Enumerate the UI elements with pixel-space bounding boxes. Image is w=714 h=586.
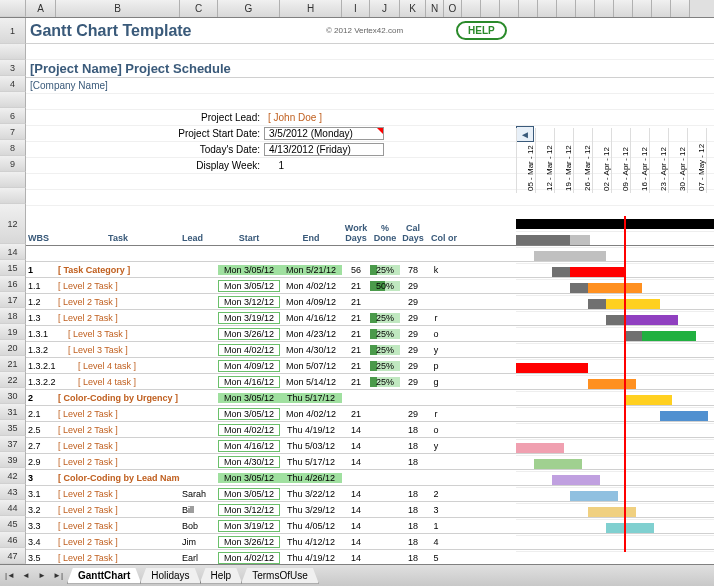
row-header[interactable]: 45 bbox=[0, 516, 26, 532]
cell[interactable]: Thu 3/29/12 bbox=[280, 505, 342, 515]
cell[interactable]: 21 bbox=[342, 345, 370, 355]
tab-nav-first[interactable]: |◄ bbox=[2, 568, 18, 584]
cell[interactable]: [ Level 2 Task ] bbox=[56, 409, 180, 419]
cell[interactable]: 1 bbox=[26, 265, 56, 275]
row-header[interactable]: 14 bbox=[0, 244, 26, 260]
cell[interactable]: 25% bbox=[370, 313, 400, 323]
cell[interactable]: 2.9 bbox=[26, 457, 56, 467]
row-header[interactable]: 16 bbox=[0, 276, 26, 292]
cell[interactable]: 21 bbox=[342, 329, 370, 339]
cell[interactable]: 56 bbox=[342, 265, 370, 275]
cell[interactable]: Mon 3/19/12 bbox=[218, 312, 280, 324]
cell[interactable]: o bbox=[426, 425, 446, 435]
cell[interactable]: r bbox=[426, 409, 446, 419]
cell[interactable]: Thu 5/03/12 bbox=[280, 441, 342, 451]
cell[interactable]: Mon 3/19/12 bbox=[218, 520, 280, 532]
row-header[interactable]: 4 bbox=[0, 76, 26, 92]
col-header-narrow[interactable] bbox=[595, 0, 614, 17]
cell[interactable]: Mon 3/12/12 bbox=[218, 504, 280, 516]
row-header[interactable]: 3 bbox=[0, 60, 26, 76]
cell[interactable]: Mon 4/23/12 bbox=[280, 329, 342, 339]
cell[interactable]: 29 bbox=[400, 281, 426, 291]
cell[interactable]: [ Color-Coding by Urgency ] bbox=[56, 393, 180, 403]
cell[interactable]: Mon 4/09/12 bbox=[218, 360, 280, 372]
cell[interactable]: y bbox=[426, 345, 446, 355]
cell[interactable]: Jim bbox=[180, 537, 218, 547]
row-header[interactable]: 6 bbox=[0, 108, 26, 124]
tab-nav-prev[interactable]: ◄ bbox=[18, 568, 34, 584]
cell[interactable]: 4 bbox=[426, 537, 446, 547]
cell[interactable]: 25% bbox=[370, 329, 400, 339]
cell[interactable]: 3 bbox=[426, 505, 446, 515]
cell[interactable]: 14 bbox=[342, 505, 370, 515]
cell[interactable]: 3.4 bbox=[26, 537, 56, 547]
col-header-narrow[interactable] bbox=[481, 0, 500, 17]
col-header[interactable]: K bbox=[400, 0, 426, 17]
cell[interactable]: [ Level 2 Task ] bbox=[56, 537, 180, 547]
cell[interactable]: [ Level 4 task ] bbox=[56, 361, 180, 371]
cell[interactable]: Bill bbox=[180, 505, 218, 515]
col-header-narrow[interactable] bbox=[614, 0, 633, 17]
cell[interactable]: 25% bbox=[370, 345, 400, 355]
cell[interactable]: Bob bbox=[180, 521, 218, 531]
cell[interactable]: Mon 4/16/12 bbox=[280, 313, 342, 323]
cell[interactable]: 2.5 bbox=[26, 425, 56, 435]
tab-nav-last[interactable]: ►| bbox=[50, 568, 66, 584]
col-header[interactable]: C bbox=[180, 0, 218, 17]
row-header[interactable]: 17 bbox=[0, 292, 26, 308]
row-header[interactable]: 8 bbox=[0, 140, 26, 156]
col-header[interactable]: O bbox=[444, 0, 462, 17]
row-header[interactable]: 31 bbox=[0, 404, 26, 420]
row-header[interactable]: 9 bbox=[0, 156, 26, 172]
cell[interactable]: [ Level 2 Task ] bbox=[56, 457, 180, 467]
col-header-narrow[interactable] bbox=[500, 0, 519, 17]
cell[interactable]: p bbox=[426, 361, 446, 371]
cell[interactable]: Earl bbox=[180, 553, 218, 563]
cell[interactable]: 2 bbox=[26, 393, 56, 403]
row-header[interactable]: 44 bbox=[0, 500, 26, 516]
cell[interactable]: 5 bbox=[426, 553, 446, 563]
row-header[interactable]: 35 bbox=[0, 420, 26, 436]
cell[interactable]: Mon 3/05/12 bbox=[218, 408, 280, 420]
cell[interactable]: Mon 3/05/12 bbox=[218, 280, 280, 292]
cell[interactable]: [ Level 2 Task ] bbox=[56, 441, 180, 451]
cell[interactable]: 3.1 bbox=[26, 489, 56, 499]
cell[interactable]: 1 bbox=[426, 521, 446, 531]
col-header[interactable]: H bbox=[280, 0, 342, 17]
cell[interactable]: Mon 4/02/12 bbox=[280, 281, 342, 291]
cell[interactable]: Mon 4/30/12 bbox=[218, 456, 280, 468]
cell[interactable]: 1.2 bbox=[26, 297, 56, 307]
cell[interactable]: Mon 4/16/12 bbox=[218, 376, 280, 388]
row-header[interactable]: 15 bbox=[0, 260, 26, 276]
tab-nav-next[interactable]: ► bbox=[34, 568, 50, 584]
cell[interactable]: 1.3.2.2 bbox=[26, 377, 56, 387]
cell[interactable]: 50% bbox=[370, 281, 400, 291]
sheet-tab-holidays[interactable]: Holidays bbox=[140, 568, 200, 584]
worksheet-content[interactable]: Gantt Chart Template © 2012 Vertex42.com… bbox=[26, 18, 714, 564]
cell[interactable]: 1.3.2 bbox=[26, 345, 56, 355]
cell[interactable]: [ Level 2 Task ] bbox=[56, 281, 180, 291]
row-header[interactable] bbox=[0, 44, 26, 60]
cell[interactable]: 1.1 bbox=[26, 281, 56, 291]
cell[interactable]: Thu 4/19/12 bbox=[280, 553, 342, 563]
cell[interactable]: 1.3.2.1 bbox=[26, 361, 56, 371]
cell[interactable]: 29 bbox=[400, 329, 426, 339]
cell[interactable]: 18 bbox=[400, 553, 426, 563]
cell[interactable]: 25% bbox=[370, 361, 400, 371]
cell[interactable]: Thu 3/22/12 bbox=[280, 489, 342, 499]
col-header-narrow[interactable] bbox=[538, 0, 557, 17]
row-header[interactable] bbox=[0, 172, 26, 188]
cell[interactable]: Mon 5/07/12 bbox=[280, 361, 342, 371]
cell[interactable]: 14 bbox=[342, 457, 370, 467]
row-header[interactable]: 46 bbox=[0, 532, 26, 548]
cell[interactable]: Mon 5/14/12 bbox=[280, 377, 342, 387]
cell[interactable]: 21 bbox=[342, 377, 370, 387]
cell[interactable]: [ Color-Coding by Lead Name ] bbox=[56, 473, 180, 483]
cell[interactable]: y bbox=[426, 441, 446, 451]
cell[interactable]: 14 bbox=[342, 489, 370, 499]
cell[interactable]: 2.1 bbox=[26, 409, 56, 419]
cell[interactable]: 29 bbox=[400, 345, 426, 355]
row-header[interactable]: 39 bbox=[0, 452, 26, 468]
row-header[interactable]: 7 bbox=[0, 124, 26, 140]
row-header[interactable]: 30 bbox=[0, 388, 26, 404]
